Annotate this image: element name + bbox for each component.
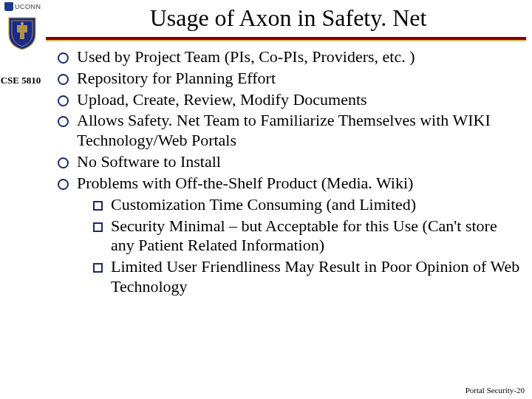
title-underline bbox=[46, 37, 526, 40]
bullet-list: Used by Project Team (PIs, Co-PIs, Provi… bbox=[53, 47, 523, 297]
sub-bullet-text: Customization Time Consuming (and Limite… bbox=[111, 195, 416, 214]
sub-bullet-list: Customization Time Consuming (and Limite… bbox=[77, 195, 523, 297]
bullet-item: Allows Safety. Net Team to Familiarize T… bbox=[53, 111, 523, 151]
bullet-text: Problems with Off-the-Shelf Product (Med… bbox=[77, 174, 413, 192]
sidebar: UCONN CSE 5810 bbox=[0, 0, 44, 399]
university-shield-icon bbox=[7, 16, 37, 50]
slide: UCONN CSE 5810 Usage of Axon in Safety. … bbox=[0, 0, 532, 399]
uconn-logo: UCONN bbox=[4, 1, 41, 12]
uconn-wordmark: UCONN bbox=[15, 3, 41, 10]
uconn-mini-shield-icon bbox=[4, 2, 13, 11]
svg-rect-0 bbox=[17, 25, 27, 33]
course-code: CSE 5810 bbox=[0, 75, 41, 86]
bullet-item: Problems with Off-the-Shelf Product (Med… bbox=[53, 174, 523, 297]
bullet-item: Used by Project Team (PIs, Co-PIs, Provi… bbox=[53, 47, 523, 67]
bullet-item: Repository for Planning Effort bbox=[53, 69, 523, 89]
bullet-text: Repository for Planning Effort bbox=[77, 69, 276, 87]
slide-footer: Portal Security-20 bbox=[466, 386, 525, 395]
bullet-item: Upload, Create, Review, Modify Documents bbox=[53, 90, 523, 110]
slide-title: Usage of Axon in Safety. Net bbox=[52, 4, 525, 32]
svg-point-2 bbox=[21, 22, 24, 25]
bullet-item: No Software to Install bbox=[53, 152, 523, 172]
sub-bullet-item: Customization Time Consuming (and Limite… bbox=[77, 195, 523, 215]
sub-bullet-item: Security Minimal – but Acceptable for th… bbox=[77, 216, 523, 256]
sub-bullet-text: Security Minimal – but Acceptable for th… bbox=[111, 216, 497, 255]
bullet-text: Upload, Create, Review, Modify Documents bbox=[77, 90, 367, 109]
bullet-text: No Software to Install bbox=[77, 152, 221, 171]
bullet-text: Used by Project Team (PIs, Co-PIs, Provi… bbox=[77, 47, 415, 66]
svg-rect-1 bbox=[20, 33, 24, 39]
bullet-text: Allows Safety. Net Team to Familiarize T… bbox=[77, 111, 491, 149]
slide-content: Used by Project Team (PIs, Co-PIs, Provi… bbox=[53, 47, 523, 299]
sub-bullet-item: Limited User Friendliness May Result in … bbox=[77, 257, 523, 297]
sub-bullet-text: Limited User Friendliness May Result in … bbox=[111, 257, 519, 296]
